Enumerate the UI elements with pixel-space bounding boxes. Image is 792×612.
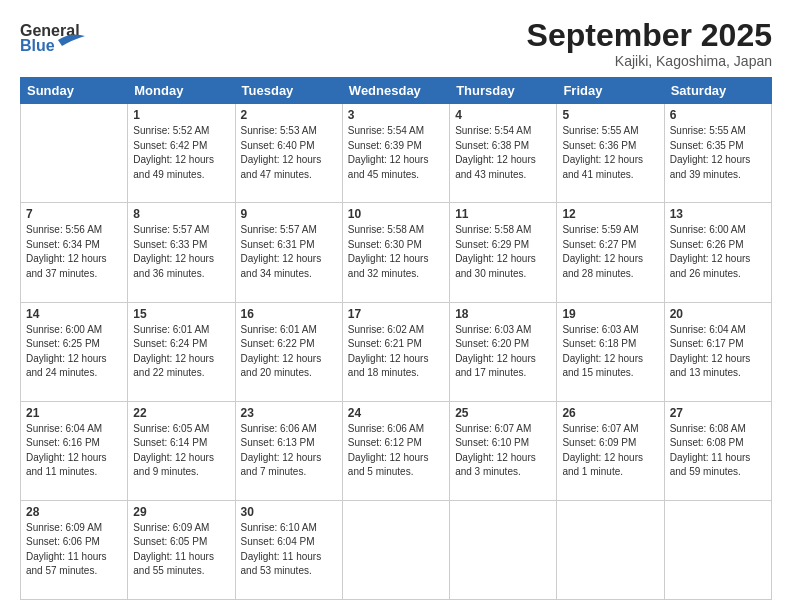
weekday-header-sunday: Sunday xyxy=(21,78,128,104)
day-info: Sunrise: 6:00 AM Sunset: 6:25 PM Dayligh… xyxy=(26,323,122,381)
calendar-cell: 7Sunrise: 5:56 AM Sunset: 6:34 PM Daylig… xyxy=(21,203,128,302)
calendar-week-1: 1Sunrise: 5:52 AM Sunset: 6:42 PM Daylig… xyxy=(21,104,772,203)
day-number: 24 xyxy=(348,406,444,420)
calendar-cell: 19Sunrise: 6:03 AM Sunset: 6:18 PM Dayli… xyxy=(557,302,664,401)
day-number: 4 xyxy=(455,108,551,122)
day-info: Sunrise: 6:04 AM Sunset: 6:17 PM Dayligh… xyxy=(670,323,766,381)
calendar-cell xyxy=(664,500,771,599)
calendar-week-2: 7Sunrise: 5:56 AM Sunset: 6:34 PM Daylig… xyxy=(21,203,772,302)
calendar-cell xyxy=(342,500,449,599)
calendar-cell: 14Sunrise: 6:00 AM Sunset: 6:25 PM Dayli… xyxy=(21,302,128,401)
day-info: Sunrise: 5:59 AM Sunset: 6:27 PM Dayligh… xyxy=(562,223,658,281)
day-info: Sunrise: 6:07 AM Sunset: 6:09 PM Dayligh… xyxy=(562,422,658,480)
logo: General Blue xyxy=(20,18,90,62)
day-number: 21 xyxy=(26,406,122,420)
day-number: 2 xyxy=(241,108,337,122)
calendar-cell: 21Sunrise: 6:04 AM Sunset: 6:16 PM Dayli… xyxy=(21,401,128,500)
day-info: Sunrise: 6:06 AM Sunset: 6:13 PM Dayligh… xyxy=(241,422,337,480)
day-info: Sunrise: 6:07 AM Sunset: 6:10 PM Dayligh… xyxy=(455,422,551,480)
calendar-cell: 18Sunrise: 6:03 AM Sunset: 6:20 PM Dayli… xyxy=(450,302,557,401)
calendar-cell: 4Sunrise: 5:54 AM Sunset: 6:38 PM Daylig… xyxy=(450,104,557,203)
day-number: 25 xyxy=(455,406,551,420)
day-info: Sunrise: 6:09 AM Sunset: 6:05 PM Dayligh… xyxy=(133,521,229,579)
day-info: Sunrise: 5:56 AM Sunset: 6:34 PM Dayligh… xyxy=(26,223,122,281)
calendar-week-3: 14Sunrise: 6:00 AM Sunset: 6:25 PM Dayli… xyxy=(21,302,772,401)
day-number: 9 xyxy=(241,207,337,221)
calendar-table: SundayMondayTuesdayWednesdayThursdayFrid… xyxy=(20,77,772,600)
day-info: Sunrise: 5:58 AM Sunset: 6:29 PM Dayligh… xyxy=(455,223,551,281)
day-number: 8 xyxy=(133,207,229,221)
day-number: 22 xyxy=(133,406,229,420)
day-number: 5 xyxy=(562,108,658,122)
location: Kajiki, Kagoshima, Japan xyxy=(527,53,772,69)
weekday-header-row: SundayMondayTuesdayWednesdayThursdayFrid… xyxy=(21,78,772,104)
day-number: 20 xyxy=(670,307,766,321)
weekday-header-saturday: Saturday xyxy=(664,78,771,104)
calendar-cell: 8Sunrise: 5:57 AM Sunset: 6:33 PM Daylig… xyxy=(128,203,235,302)
calendar-cell: 23Sunrise: 6:06 AM Sunset: 6:13 PM Dayli… xyxy=(235,401,342,500)
weekday-header-monday: Monday xyxy=(128,78,235,104)
title-block: September 2025 Kajiki, Kagoshima, Japan xyxy=(527,18,772,69)
calendar-cell: 17Sunrise: 6:02 AM Sunset: 6:21 PM Dayli… xyxy=(342,302,449,401)
calendar-cell xyxy=(450,500,557,599)
day-info: Sunrise: 5:54 AM Sunset: 6:39 PM Dayligh… xyxy=(348,124,444,182)
calendar-cell: 25Sunrise: 6:07 AM Sunset: 6:10 PM Dayli… xyxy=(450,401,557,500)
calendar-cell xyxy=(21,104,128,203)
calendar-cell: 3Sunrise: 5:54 AM Sunset: 6:39 PM Daylig… xyxy=(342,104,449,203)
day-info: Sunrise: 5:55 AM Sunset: 6:36 PM Dayligh… xyxy=(562,124,658,182)
svg-text:Blue: Blue xyxy=(20,37,55,54)
day-number: 16 xyxy=(241,307,337,321)
calendar-cell: 11Sunrise: 5:58 AM Sunset: 6:29 PM Dayli… xyxy=(450,203,557,302)
calendar-cell: 24Sunrise: 6:06 AM Sunset: 6:12 PM Dayli… xyxy=(342,401,449,500)
weekday-header-wednesday: Wednesday xyxy=(342,78,449,104)
day-number: 6 xyxy=(670,108,766,122)
day-info: Sunrise: 5:53 AM Sunset: 6:40 PM Dayligh… xyxy=(241,124,337,182)
day-number: 10 xyxy=(348,207,444,221)
logo-icon: General Blue xyxy=(20,18,90,58)
calendar-week-4: 21Sunrise: 6:04 AM Sunset: 6:16 PM Dayli… xyxy=(21,401,772,500)
calendar-cell: 13Sunrise: 6:00 AM Sunset: 6:26 PM Dayli… xyxy=(664,203,771,302)
day-number: 30 xyxy=(241,505,337,519)
weekday-header-thursday: Thursday xyxy=(450,78,557,104)
day-number: 1 xyxy=(133,108,229,122)
calendar-cell: 16Sunrise: 6:01 AM Sunset: 6:22 PM Dayli… xyxy=(235,302,342,401)
day-info: Sunrise: 6:09 AM Sunset: 6:06 PM Dayligh… xyxy=(26,521,122,579)
day-info: Sunrise: 6:02 AM Sunset: 6:21 PM Dayligh… xyxy=(348,323,444,381)
day-info: Sunrise: 6:03 AM Sunset: 6:20 PM Dayligh… xyxy=(455,323,551,381)
calendar-cell: 1Sunrise: 5:52 AM Sunset: 6:42 PM Daylig… xyxy=(128,104,235,203)
day-number: 23 xyxy=(241,406,337,420)
day-number: 27 xyxy=(670,406,766,420)
weekday-header-tuesday: Tuesday xyxy=(235,78,342,104)
calendar-cell: 20Sunrise: 6:04 AM Sunset: 6:17 PM Dayli… xyxy=(664,302,771,401)
calendar-cell: 2Sunrise: 5:53 AM Sunset: 6:40 PM Daylig… xyxy=(235,104,342,203)
calendar-cell: 26Sunrise: 6:07 AM Sunset: 6:09 PM Dayli… xyxy=(557,401,664,500)
day-number: 3 xyxy=(348,108,444,122)
day-info: Sunrise: 5:52 AM Sunset: 6:42 PM Dayligh… xyxy=(133,124,229,182)
day-info: Sunrise: 6:10 AM Sunset: 6:04 PM Dayligh… xyxy=(241,521,337,579)
day-number: 18 xyxy=(455,307,551,321)
day-info: Sunrise: 5:54 AM Sunset: 6:38 PM Dayligh… xyxy=(455,124,551,182)
calendar-cell: 22Sunrise: 6:05 AM Sunset: 6:14 PM Dayli… xyxy=(128,401,235,500)
day-number: 17 xyxy=(348,307,444,321)
day-number: 14 xyxy=(26,307,122,321)
day-number: 29 xyxy=(133,505,229,519)
calendar-cell: 10Sunrise: 5:58 AM Sunset: 6:30 PM Dayli… xyxy=(342,203,449,302)
day-number: 19 xyxy=(562,307,658,321)
day-number: 15 xyxy=(133,307,229,321)
calendar-cell: 15Sunrise: 6:01 AM Sunset: 6:24 PM Dayli… xyxy=(128,302,235,401)
calendar-cell: 30Sunrise: 6:10 AM Sunset: 6:04 PM Dayli… xyxy=(235,500,342,599)
day-info: Sunrise: 6:06 AM Sunset: 6:12 PM Dayligh… xyxy=(348,422,444,480)
day-info: Sunrise: 6:03 AM Sunset: 6:18 PM Dayligh… xyxy=(562,323,658,381)
calendar-cell: 5Sunrise: 5:55 AM Sunset: 6:36 PM Daylig… xyxy=(557,104,664,203)
day-info: Sunrise: 6:08 AM Sunset: 6:08 PM Dayligh… xyxy=(670,422,766,480)
day-number: 11 xyxy=(455,207,551,221)
calendar-cell: 29Sunrise: 6:09 AM Sunset: 6:05 PM Dayli… xyxy=(128,500,235,599)
calendar-cell: 9Sunrise: 5:57 AM Sunset: 6:31 PM Daylig… xyxy=(235,203,342,302)
day-number: 28 xyxy=(26,505,122,519)
calendar-cell: 28Sunrise: 6:09 AM Sunset: 6:06 PM Dayli… xyxy=(21,500,128,599)
month-title: September 2025 xyxy=(527,18,772,53)
day-number: 12 xyxy=(562,207,658,221)
calendar-cell: 12Sunrise: 5:59 AM Sunset: 6:27 PM Dayli… xyxy=(557,203,664,302)
calendar-cell: 27Sunrise: 6:08 AM Sunset: 6:08 PM Dayli… xyxy=(664,401,771,500)
day-number: 13 xyxy=(670,207,766,221)
